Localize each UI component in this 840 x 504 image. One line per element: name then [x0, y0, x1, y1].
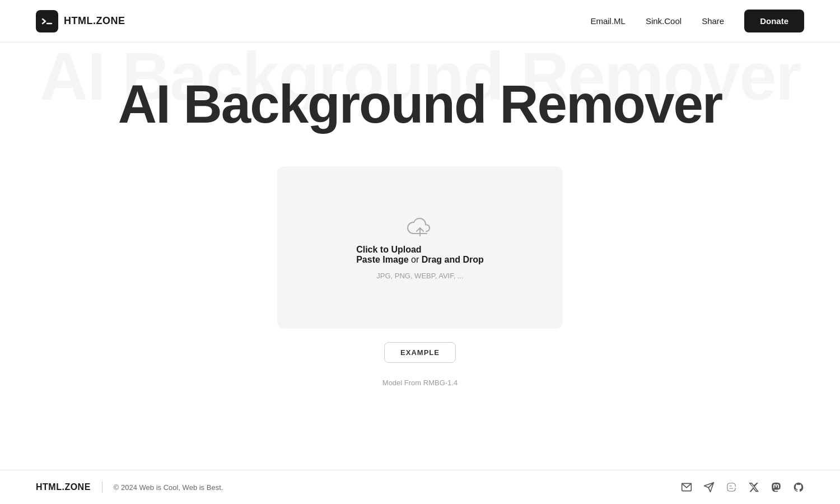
mastodon-icon[interactable]: [771, 482, 782, 493]
nav-email-ml[interactable]: Email.ML: [590, 16, 626, 26]
nav-share[interactable]: Share: [702, 16, 724, 26]
upload-main-text: Click to UploadPaste Image or Drag and D…: [356, 245, 484, 265]
footer-left: HTML.ZONE © 2024 Web is Cool, Web is Bes…: [36, 482, 223, 493]
logo-icon: [36, 10, 58, 32]
footer: HTML.ZONE © 2024 Web is Cool, Web is Bes…: [0, 470, 840, 504]
nav-sink-cool[interactable]: Sink.Cool: [646, 16, 682, 26]
donate-button[interactable]: Donate: [744, 10, 804, 32]
main-nav: Email.ML Sink.Cool Share Donate: [590, 10, 804, 32]
telegram-icon[interactable]: [703, 482, 715, 493]
upload-section: Click to UploadPaste Image or Drag and D…: [0, 155, 840, 409]
blogger-icon[interactable]: [726, 482, 737, 493]
example-button[interactable]: EXAMPLE: [384, 342, 456, 363]
model-info: Model From RMBG-1.4: [382, 379, 458, 387]
hero-title: AI Background Remover: [36, 76, 804, 133]
footer-logo: HTML.ZONE: [36, 482, 91, 492]
upload-dropzone[interactable]: Click to UploadPaste Image or Drag and D…: [277, 166, 563, 329]
hero-section: AI Background Remover AI Background Remo…: [0, 43, 840, 155]
upload-cloud-icon: [405, 214, 435, 238]
email-icon[interactable]: [681, 482, 692, 493]
footer-divider: [102, 482, 102, 493]
twitter-icon[interactable]: [748, 482, 759, 493]
logo-text: HTML.ZONE: [64, 15, 125, 27]
github-icon[interactable]: [793, 482, 804, 493]
footer-icons: [681, 482, 804, 493]
site-logo[interactable]: HTML.ZONE: [36, 10, 125, 32]
upload-formats: JPG, PNG, WEBP, AVIF, ...: [376, 272, 464, 280]
footer-copyright: © 2024 Web is Cool, Web is Best.: [114, 483, 223, 492]
